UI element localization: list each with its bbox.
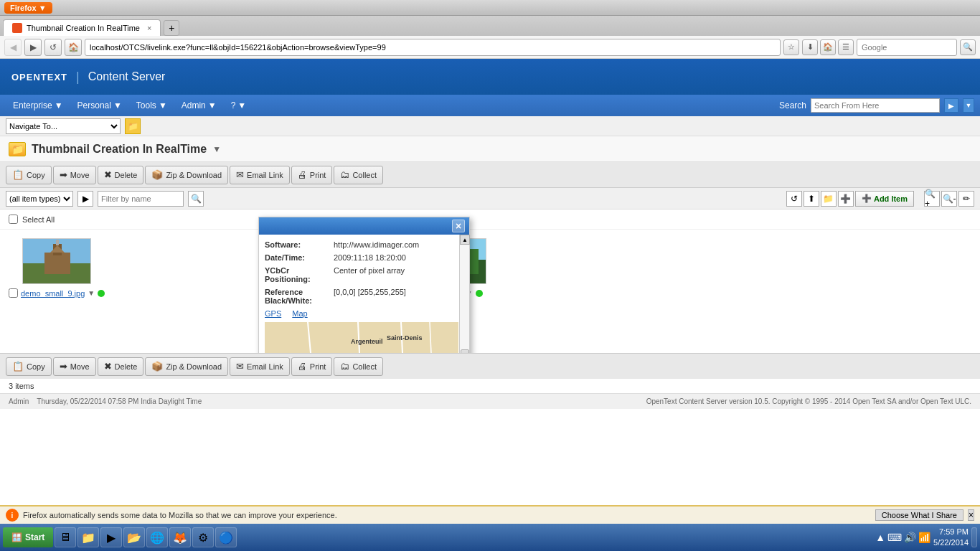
- settings-nav-icon[interactable]: ☰: [838, 39, 854, 55]
- edit-icon[interactable]: ✏: [958, 191, 974, 207]
- page-title-bar: 📁 Thumbnail Creation In RealTime ▼: [0, 136, 980, 162]
- taskbar-keyboard-icon[interactable]: ⌨: [887, 532, 902, 543]
- footer-copyright: OpenText Content Server version 10.5. Co…: [646, 397, 971, 405]
- start-icon: 🪟: [11, 532, 22, 542]
- email-link-button-bottom[interactable]: ✉ Email Link: [230, 357, 290, 376]
- type-filter-select[interactable]: (all item types): [6, 191, 73, 207]
- move-button-bottom[interactable]: ➡ Move: [53, 357, 96, 376]
- select-all-checkbox[interactable]: [9, 215, 18, 224]
- popup-gps-link[interactable]: GPS: [265, 309, 281, 318]
- print-bottom-icon: 🖨: [298, 361, 307, 372]
- popup-map-link[interactable]: Map: [292, 309, 307, 318]
- back-button[interactable]: ◀: [4, 39, 22, 56]
- search-options-button[interactable]: ▼: [963, 98, 974, 113]
- upload-icon[interactable]: ⬆: [804, 191, 819, 207]
- taskbar-speaker-icon[interactable]: 🔊: [904, 532, 916, 543]
- items-count: 3 items: [0, 379, 980, 393]
- add-item-button[interactable]: ➕ Add Item: [855, 191, 914, 207]
- zoom-in-icon[interactable]: 🔍+: [924, 191, 940, 207]
- taskbar-up-arrow-icon[interactable]: ▲: [875, 532, 885, 543]
- popup-scroll-up-button[interactable]: ▲: [460, 235, 470, 245]
- move-button-top[interactable]: ➡ Move: [53, 166, 96, 184]
- taskbar-firefox-icon[interactable]: 🦊: [169, 527, 191, 547]
- item-1-checkbox[interactable]: [9, 288, 18, 298]
- zoom-out-icon[interactable]: 🔍-: [941, 191, 957, 207]
- filter-apply-icon[interactable]: ▶: [77, 191, 93, 207]
- taskbar-app-5[interactable]: 🌐: [146, 527, 168, 547]
- taskbar-app-3[interactable]: ▶: [100, 527, 122, 547]
- navigate-select[interactable]: Navigate To...: [6, 118, 121, 134]
- taskbar-network-icon[interactable]: 📶: [918, 532, 930, 543]
- taskbar-app-2[interactable]: 📁: [77, 527, 99, 547]
- taskbar-app-1[interactable]: 🖥: [55, 527, 76, 547]
- home-nav-icon[interactable]: 🏠: [820, 39, 836, 55]
- start-button[interactable]: 🪟 Start: [3, 527, 53, 547]
- print-button-bottom[interactable]: 🖨 Print: [291, 357, 333, 376]
- popup-close-button[interactable]: ×: [452, 220, 465, 232]
- footer-user-datetime: Admin Thursday, 05/22/2014 07:58 PM Indi…: [9, 397, 202, 405]
- add-folder-icon[interactable]: 📁: [821, 191, 837, 207]
- taskbar-app-7[interactable]: ⚙: [192, 527, 214, 547]
- popup-software-value: http://www.idimager.com: [334, 240, 455, 249]
- nav-personal[interactable]: Personal ▼: [70, 98, 129, 113]
- reload-button[interactable]: ↺: [44, 39, 62, 56]
- notification-close-button[interactable]: ×: [968, 509, 974, 521]
- firefox-menu-button[interactable]: Firefox ▼: [4, 2, 52, 14]
- email-link-button-top[interactable]: ✉ Email Link: [230, 166, 290, 184]
- search-go-button[interactable]: ▶: [944, 98, 958, 113]
- download-icon[interactable]: ⬇: [802, 39, 818, 55]
- taskbar-app-8[interactable]: 🔵: [215, 527, 237, 547]
- collect-button-bottom[interactable]: 🗂 Collect: [334, 357, 383, 376]
- move-bottom-icon: ➡: [60, 361, 67, 372]
- active-tab[interactable]: Thumbnail Creation In RealTime ×: [3, 19, 161, 36]
- forward-button[interactable]: ▶: [24, 39, 42, 56]
- popup-content: Software: http://www.idimager.com Date/T…: [259, 235, 469, 353]
- taskbar-clock[interactable]: 7:59 PM 5/22/2014: [933, 527, 969, 549]
- gallery-image-1[interactable]: [22, 238, 91, 284]
- popup-reference-row: Reference Black/White: [0,0,0] [255,255,…: [265, 288, 455, 305]
- refresh-icon[interactable]: ↺: [786, 191, 802, 207]
- filter-search-icon[interactable]: 🔍: [188, 191, 204, 207]
- copy-button-bottom[interactable]: 📋 Copy: [6, 357, 52, 376]
- copy-bottom-icon: 📋: [12, 361, 24, 372]
- tab-close-icon[interactable]: ×: [147, 24, 151, 32]
- taskbar-app-4[interactable]: 📂: [123, 527, 145, 547]
- collect-button-top[interactable]: 🗂 Collect: [334, 166, 383, 184]
- browser-search-input[interactable]: [857, 39, 957, 56]
- popup-gps-row: GPS Map: [265, 309, 455, 318]
- item-1-link[interactable]: demo_small_9.jpg: [21, 289, 85, 298]
- zip-download-button-bottom[interactable]: 📦 Zip & Download: [145, 357, 228, 376]
- popup-scroll-thumb[interactable]: [461, 349, 469, 354]
- notification-text: Firefox automatically sends some data to…: [23, 511, 337, 519]
- svg-rect-2: [44, 253, 70, 274]
- delete-button-bottom[interactable]: ✖ Delete: [98, 357, 144, 376]
- nav-help[interactable]: ? ▼: [224, 98, 254, 113]
- add-tab-button[interactable]: +: [164, 20, 179, 36]
- popup-ycbcr-label: YCbCr Positioning:: [265, 266, 329, 283]
- print-button-top[interactable]: 🖨 Print: [291, 166, 333, 184]
- search-go-icon[interactable]: 🔍: [960, 39, 976, 55]
- nav-admin[interactable]: Admin ▼: [174, 98, 224, 113]
- footer-user: Admin: [9, 397, 29, 405]
- move-icon: ➡: [60, 169, 67, 180]
- page-title-dropdown-icon[interactable]: ▼: [212, 144, 221, 154]
- zip-download-button-top[interactable]: 📦 Zip & Download: [145, 166, 228, 184]
- address-bar[interactable]: [85, 39, 781, 56]
- add-item-plus-icon[interactable]: ➕: [838, 191, 854, 207]
- clock-time: 7:59 PM: [933, 527, 969, 537]
- items-count-text: 3 items: [9, 382, 34, 390]
- delete-button-top[interactable]: ✖ Delete: [98, 166, 144, 184]
- bookmark-star-icon[interactable]: ☆: [783, 39, 799, 55]
- navigate-folder-icon[interactable]: 📁: [125, 118, 141, 134]
- name-filter-input[interactable]: [98, 191, 184, 207]
- taskbar-show-desktop-button[interactable]: [971, 527, 977, 547]
- nav-tools[interactable]: Tools ▼: [129, 98, 174, 113]
- item-1-dropdown-icon[interactable]: ▼: [88, 289, 95, 297]
- search-input[interactable]: [811, 98, 940, 113]
- popup-scrollbar[interactable]: ▲ ▼: [459, 235, 469, 353]
- copy-button-top[interactable]: 📋 Copy: [6, 166, 52, 184]
- tab-bar: Thumbnail Creation In RealTime × +: [0, 16, 980, 36]
- home-button[interactable]: 🏠: [65, 39, 82, 56]
- choose-share-button[interactable]: Choose What I Share: [875, 509, 963, 521]
- nav-enterprise[interactable]: Enterprise ▼: [6, 98, 70, 113]
